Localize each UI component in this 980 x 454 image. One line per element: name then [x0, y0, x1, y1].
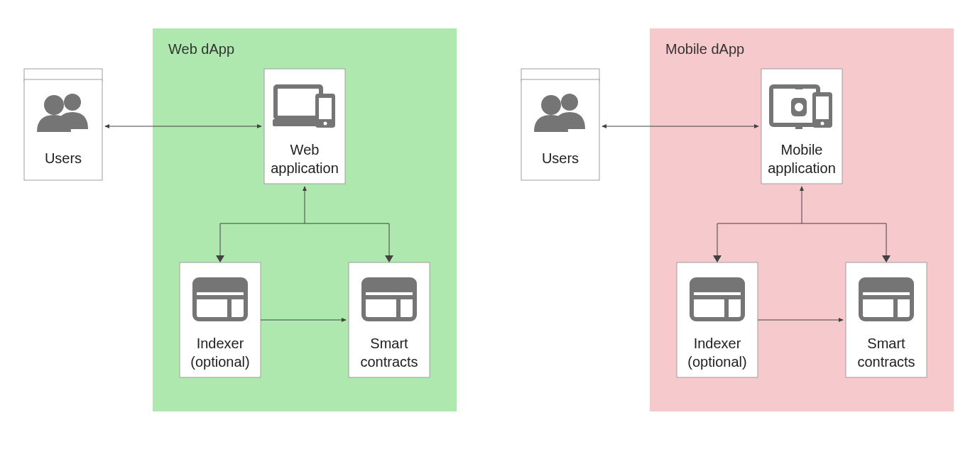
mobile-dapp-group: Mobile dApp Users Mobile application Ind…	[521, 28, 954, 411]
svg-text:(optional): (optional)	[190, 354, 249, 370]
svg-text:Smart: Smart	[867, 336, 905, 351]
web-dapp-title: Web dApp	[168, 41, 234, 57]
indexer-node-right: Indexer (optional)	[677, 262, 758, 377]
mobile-application-node: Mobile application	[761, 69, 842, 184]
indexer-node-left: Indexer (optional)	[180, 262, 261, 377]
svg-text:contracts: contracts	[360, 354, 418, 370]
web-dapp-group: Web dApp Users Web application Indexer (…	[24, 28, 457, 411]
svg-text:Web: Web	[290, 142, 320, 157]
svg-text:contracts: contracts	[857, 354, 915, 370]
svg-text:Indexer: Indexer	[694, 336, 741, 351]
mobile-dapp-title: Mobile dApp	[665, 41, 744, 57]
users-node-right: Users	[521, 69, 599, 180]
contracts-node-right: Smart contracts	[846, 262, 927, 377]
svg-text:Mobile: Mobile	[781, 142, 823, 157]
svg-text:application: application	[271, 160, 339, 176]
users-label-left: Users	[45, 150, 82, 166]
svg-text:application: application	[768, 160, 836, 176]
svg-text:Smart: Smart	[370, 336, 408, 351]
users-node-left: Users	[24, 69, 102, 180]
users-label-right: Users	[542, 150, 579, 166]
svg-text:(optional): (optional)	[687, 354, 746, 370]
contracts-node-left: Smart contracts	[349, 262, 430, 377]
web-application-node: Web application	[264, 69, 345, 184]
architecture-diagram: Web dApp Users Web application Indexer (…	[0, 0, 980, 454]
svg-text:Indexer: Indexer	[197, 336, 244, 351]
